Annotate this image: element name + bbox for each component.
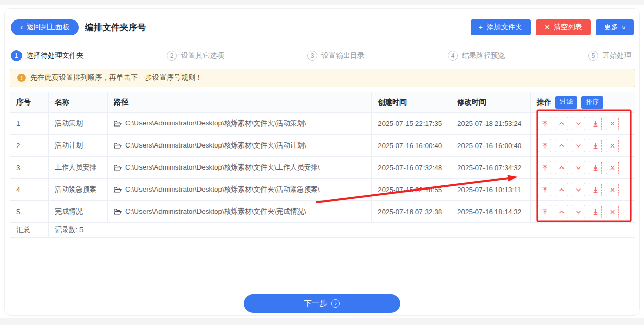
move-down-button[interactable] (572, 161, 585, 174)
move-to-bottom-button[interactable] (589, 117, 602, 130)
cell-path: C:\Users\Administrator\Desktop\核烁素材\文件夹\… (108, 157, 372, 179)
step-3-badge: 3 (307, 51, 317, 61)
cell-seq: 3 (10, 157, 49, 179)
summary-label: 汇总 (10, 223, 49, 238)
cell-modified: 2025-07-16 18:14:32 (451, 201, 531, 223)
folder-table-container: 序号 名称 路径 创建时间 修改时间 操作 过滤 排序 (10, 92, 635, 238)
step-5-label: 开始处理 (602, 51, 631, 60)
cell-seq: 5 (10, 201, 49, 223)
cell-seq: 2 (10, 135, 49, 157)
move-up-icon (558, 164, 565, 171)
path-text: C:\Users\Administrator\Desktop\核烁素材\文件夹\… (125, 185, 320, 194)
cell-name: 活动计划 (49, 135, 108, 157)
cell-modified: 2025-07-16 10:13:11 (451, 179, 531, 201)
move-down-icon (575, 120, 582, 127)
move-to-bottom-icon (592, 142, 599, 149)
clear-list-label: 清空列表 (554, 23, 582, 32)
move-down-button[interactable] (572, 139, 585, 152)
back-chevron-icon: ‹ (20, 23, 23, 31)
move-up-button[interactable] (555, 117, 568, 130)
move-down-button[interactable] (572, 183, 585, 196)
cell-name: 完成情况 (49, 201, 108, 223)
move-to-top-button[interactable] (538, 183, 551, 196)
move-up-button[interactable] (555, 205, 568, 218)
path-text: C:\Users\Administrator\Desktop\核烁素材\文件夹\… (125, 119, 306, 128)
delete-row-button[interactable] (606, 183, 619, 196)
move-down-icon (575, 186, 582, 193)
step-connector (371, 56, 441, 56)
move-down-button[interactable] (572, 117, 585, 130)
delete-row-button[interactable] (606, 117, 619, 130)
cell-path: C:\Users\Administrator\Desktop\核烁素材\文件夹\… (108, 179, 372, 201)
folder-icon (114, 208, 122, 215)
step-3-output-dir: 3 设置输出目录 (307, 51, 365, 61)
delete-icon (609, 186, 616, 193)
chevron-down-icon: ∨ (622, 25, 626, 30)
move-to-bottom-icon (592, 186, 599, 193)
delete-row-button[interactable] (606, 139, 619, 152)
step-4-label: 结果路径预览 (462, 51, 505, 60)
next-step-button[interactable]: 下一步 › (244, 294, 400, 313)
delete-icon (609, 164, 616, 171)
cell-modified: 2025-07-16 07:34:32 (451, 157, 531, 179)
notice-banner: ! 先在此页设置排列顺序，再单击下一步设置序号规则！ (10, 69, 635, 87)
move-to-top-button[interactable] (538, 205, 551, 218)
move-up-button[interactable] (555, 183, 568, 196)
filter-button[interactable]: 过滤 (555, 96, 577, 109)
move-up-icon (558, 120, 565, 127)
step-5-start: 5 开始处理 (588, 51, 631, 61)
cell-actions (531, 179, 635, 201)
sort-button[interactable]: 排序 (581, 96, 603, 109)
next-step-label: 下一步 (304, 299, 327, 308)
move-to-top-icon (541, 186, 548, 193)
cell-seq: 1 (10, 113, 49, 135)
move-to-bottom-button[interactable] (589, 161, 602, 174)
path-text: C:\Users\Administrator\Desktop\核烁素材\文件夹\… (125, 207, 306, 216)
back-to-main-button[interactable]: ‹ 返回到主面板 (11, 19, 79, 35)
move-down-icon (575, 164, 582, 171)
warning-icon: ! (17, 74, 26, 82)
plus-icon: + (479, 24, 483, 31)
folder-table: 序号 名称 路径 创建时间 修改时间 操作 过滤 排序 (10, 92, 635, 238)
cell-name: 活动紧急预案 (49, 179, 108, 201)
step-5-badge: 5 (588, 51, 598, 61)
move-up-icon (558, 142, 565, 149)
clear-list-button[interactable]: ✕ 清空列表 (536, 19, 591, 35)
cell-created: 2025-07-15 22:17:35 (372, 113, 451, 135)
move-up-button[interactable] (555, 161, 568, 174)
move-to-top-button[interactable] (538, 161, 551, 174)
delete-icon (609, 142, 616, 149)
table-row: 5 完成情况 C:\Users\Administrator\Desktop\核烁… (10, 201, 635, 223)
add-folder-button[interactable]: + 添加文件夹 (471, 19, 531, 35)
delete-row-button[interactable] (606, 161, 619, 174)
window-top-strip (0, 0, 644, 5)
cell-actions (531, 157, 635, 179)
folder-icon (114, 120, 122, 127)
table-row: 2 活动计划 C:\Users\Administrator\Desktop\核烁… (10, 135, 635, 157)
step-4-badge: 4 (448, 51, 458, 61)
move-to-top-button[interactable] (538, 117, 551, 130)
move-to-top-icon (541, 120, 548, 127)
notice-text: 先在此页设置排列顺序，再单击下一步设置序号规则！ (30, 73, 203, 82)
cell-path: C:\Users\Administrator\Desktop\核烁素材\文件夹\… (108, 113, 372, 135)
move-to-bottom-button[interactable] (589, 139, 602, 152)
move-to-bottom-button[interactable] (589, 183, 602, 196)
page-title: 编排文件夹序号 (85, 22, 146, 33)
move-to-top-button[interactable] (538, 139, 551, 152)
move-up-button[interactable] (555, 139, 568, 152)
cell-modified: 2025-07-18 21:53:24 (451, 113, 531, 135)
close-icon: ✕ (544, 24, 550, 31)
back-button-label: 返回到主面板 (27, 23, 70, 32)
more-button[interactable]: 更多 ∨ (596, 19, 634, 35)
cell-path: C:\Users\Administrator\Desktop\核烁素材\文件夹\… (108, 201, 372, 223)
cell-actions (531, 135, 635, 157)
move-down-button[interactable] (572, 205, 585, 218)
delete-row-button[interactable] (606, 205, 619, 218)
table-row: 3 工作人员安排 C:\Users\Administrator\Desktop\… (10, 157, 635, 179)
move-to-bottom-icon (592, 164, 599, 171)
folder-icon (114, 164, 122, 171)
summary-row: 汇总 记录数: 5 (10, 223, 635, 238)
col-header-path: 路径 (108, 92, 372, 113)
folder-icon (114, 186, 122, 193)
move-to-bottom-button[interactable] (589, 205, 602, 218)
